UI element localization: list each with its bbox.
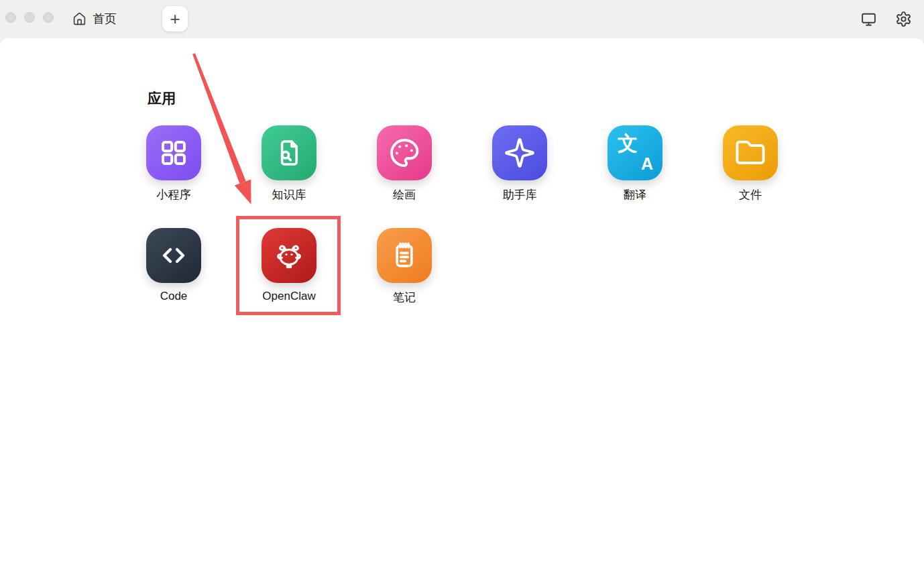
app-translate[interactable]: 文 A 翻译 (577, 125, 693, 203)
drawing-tile (377, 125, 432, 180)
translate-target-glyph: A (641, 156, 653, 172)
titlebar: 首页 + (0, 0, 924, 38)
assistant-library-tile (492, 125, 547, 180)
display-mode-button[interactable] (859, 9, 878, 28)
folder-icon (734, 137, 766, 169)
add-tab-button[interactable]: + (162, 6, 188, 32)
window-close-button[interactable] (5, 12, 16, 23)
code-tile (146, 228, 201, 283)
gear-icon (895, 11, 912, 27)
notes-tile (377, 228, 432, 283)
highlight-box-openclaw (236, 216, 341, 315)
app-code[interactable]: Code (116, 228, 231, 305)
app-label: 笔记 (393, 290, 416, 305)
apps-grid: 小程序 知识库 绘画 (116, 125, 808, 305)
document-search-icon (273, 137, 305, 169)
app-assistant-library[interactable]: 助手库 (462, 125, 577, 203)
tab-home-label: 首页 (93, 11, 117, 27)
app-drawing[interactable]: 绘画 (347, 125, 462, 203)
app-files[interactable]: 文件 (693, 125, 808, 203)
knowledge-base-tile (262, 125, 316, 180)
app-label: 小程序 (157, 187, 191, 203)
app-label: 翻译 (624, 187, 646, 203)
palette-icon (388, 137, 420, 169)
app-knowledge-base[interactable]: 知识库 (231, 125, 347, 203)
app-label: 文件 (739, 187, 762, 203)
plus-icon: + (170, 10, 180, 27)
translate-tile: 文 A (608, 125, 662, 180)
app-label: 助手库 (503, 187, 537, 203)
monitor-icon (860, 11, 877, 27)
app-label: 绘画 (393, 187, 416, 203)
app-notes[interactable]: 笔记 (347, 228, 462, 305)
translate-source-glyph: 文 (618, 133, 638, 154)
app-mini-programs[interactable]: 小程序 (116, 125, 231, 203)
code-brackets-icon (158, 239, 190, 272)
window-minimize-button[interactable] (24, 12, 35, 23)
section-title-apps: 应用 (148, 89, 176, 108)
sparkle-icon (504, 137, 536, 169)
files-tile (723, 125, 778, 180)
home-icon (72, 12, 86, 26)
notepad-icon (388, 239, 420, 272)
settings-button[interactable] (894, 9, 913, 28)
mini-programs-tile (146, 125, 201, 180)
window-zoom-button[interactable] (43, 12, 54, 23)
content-panel (0, 38, 924, 574)
app-label: 知识库 (272, 187, 306, 203)
tab-home[interactable]: 首页 (72, 7, 117, 31)
grid-icon (158, 137, 190, 169)
app-label: Code (160, 290, 188, 303)
